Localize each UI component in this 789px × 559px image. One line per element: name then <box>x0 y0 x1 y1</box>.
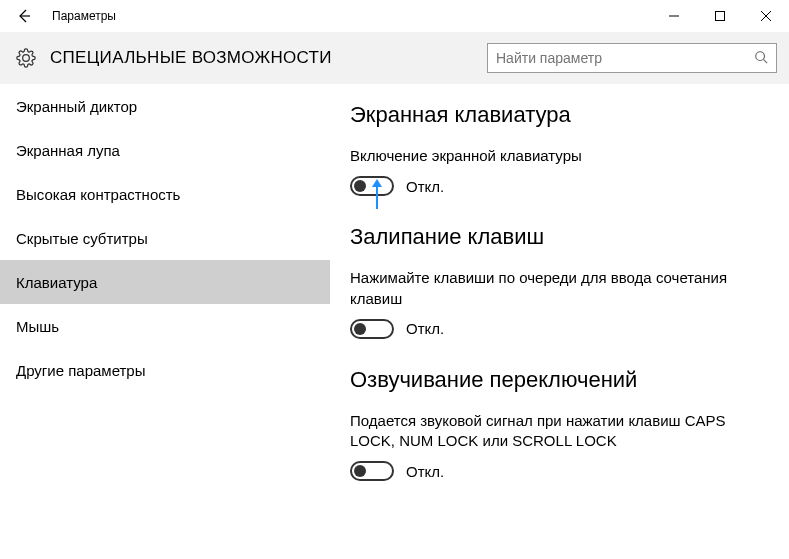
toggle-knob <box>354 465 366 477</box>
window-controls <box>651 0 789 32</box>
sidebar-item-label: Мышь <box>16 318 59 335</box>
search-icon[interactable] <box>754 50 768 67</box>
section-sticky-keys: Залипание клавиш Нажимайте клавиши по оч… <box>350 224 769 339</box>
section-toggle-keys: Озвучивание переключений Подается звуков… <box>350 367 769 482</box>
search-input[interactable] <box>496 50 754 66</box>
sidebar-item-high-contrast[interactable]: Высокая контрастность <box>0 172 330 216</box>
sidebar-item-keyboard[interactable]: Клавиатура <box>0 260 330 304</box>
sidebar-item-narrator[interactable]: Экранный диктор <box>0 84 330 128</box>
search-box[interactable] <box>487 43 777 73</box>
sidebar-item-magnifier[interactable]: Экранная лупа <box>0 128 330 172</box>
svg-rect-1 <box>716 12 725 21</box>
back-button[interactable] <box>0 0 48 32</box>
sidebar-item-closed-captions[interactable]: Скрытые субтитры <box>0 216 330 260</box>
sticky-keys-toggle[interactable] <box>350 319 394 339</box>
toggle-state-label: Откл. <box>406 463 444 480</box>
sidebar-item-label: Другие параметры <box>16 362 146 379</box>
sidebar-item-label: Экранная лупа <box>16 142 120 159</box>
minimize-button[interactable] <box>651 0 697 32</box>
arrow-left-icon <box>16 8 32 24</box>
toggle-knob <box>354 323 366 335</box>
page-heading: СПЕЦИАЛЬНЫЕ ВОЗМОЖНОСТИ <box>50 48 487 68</box>
section-title: Озвучивание переключений <box>350 367 769 393</box>
svg-line-5 <box>764 59 768 63</box>
sidebar: Экранный диктор Экранная лупа Высокая ко… <box>0 84 330 559</box>
toggle-row: Откл. <box>350 319 769 339</box>
toggle-knob <box>354 180 366 192</box>
sidebar-item-label: Экранный диктор <box>16 98 137 115</box>
annotation-arrow-icon <box>370 179 384 212</box>
toggle-keys-toggle[interactable] <box>350 461 394 481</box>
content: Экранная клавиатура Включение экранной к… <box>330 84 789 559</box>
header: СПЕЦИАЛЬНЫЕ ВОЗМОЖНОСТИ <box>0 32 789 84</box>
option-label: Подается звуковой сигнал при нажатии кла… <box>350 411 769 452</box>
section-title: Экранная клавиатура <box>350 102 769 128</box>
svg-point-4 <box>756 51 765 60</box>
close-icon <box>761 11 771 21</box>
sidebar-item-label: Клавиатура <box>16 274 97 291</box>
titlebar: Параметры <box>0 0 789 32</box>
section-onscreen-keyboard: Экранная клавиатура Включение экранной к… <box>350 102 769 196</box>
section-title: Залипание клавиш <box>350 224 769 250</box>
maximize-button[interactable] <box>697 0 743 32</box>
maximize-icon <box>715 11 725 21</box>
sidebar-item-label: Высокая контрастность <box>16 186 180 203</box>
close-button[interactable] <box>743 0 789 32</box>
sidebar-item-other[interactable]: Другие параметры <box>0 348 330 392</box>
body: Экранный диктор Экранная лупа Высокая ко… <box>0 84 789 559</box>
svg-marker-7 <box>372 179 382 187</box>
toggle-row: Откл. <box>350 461 769 481</box>
sidebar-item-mouse[interactable]: Мышь <box>0 304 330 348</box>
toggle-row: Откл. <box>350 176 769 196</box>
minimize-icon <box>669 11 679 21</box>
window-title: Параметры <box>48 9 651 23</box>
option-label: Включение экранной клавиатуры <box>350 146 769 166</box>
toggle-state-label: Откл. <box>406 320 444 337</box>
sidebar-item-label: Скрытые субтитры <box>16 230 148 247</box>
toggle-state-label: Откл. <box>406 178 444 195</box>
settings-icon <box>12 44 40 72</box>
option-label: Нажимайте клавиши по очереди для ввода с… <box>350 268 769 309</box>
